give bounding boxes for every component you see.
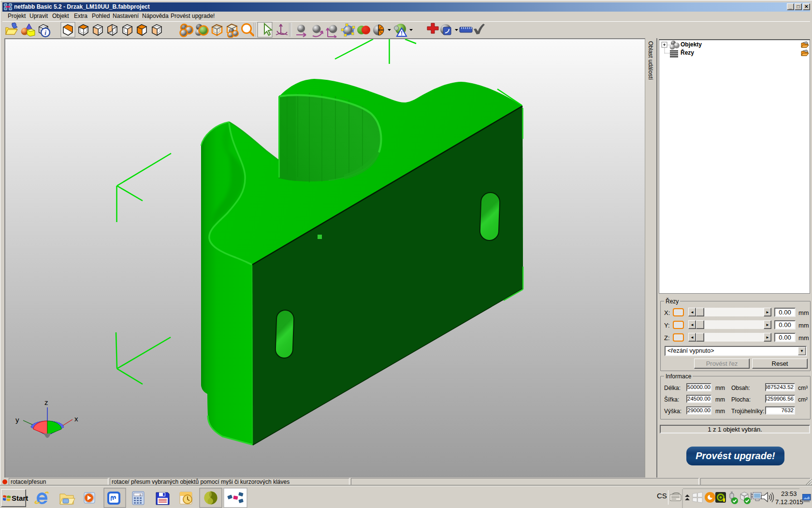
svg-text:!: ! bbox=[401, 30, 403, 37]
svg-text:i: i bbox=[44, 29, 46, 36]
svg-text:y: y bbox=[15, 416, 19, 424]
svg-text:z: z bbox=[44, 398, 48, 406]
svg-text:x: x bbox=[74, 415, 78, 423]
